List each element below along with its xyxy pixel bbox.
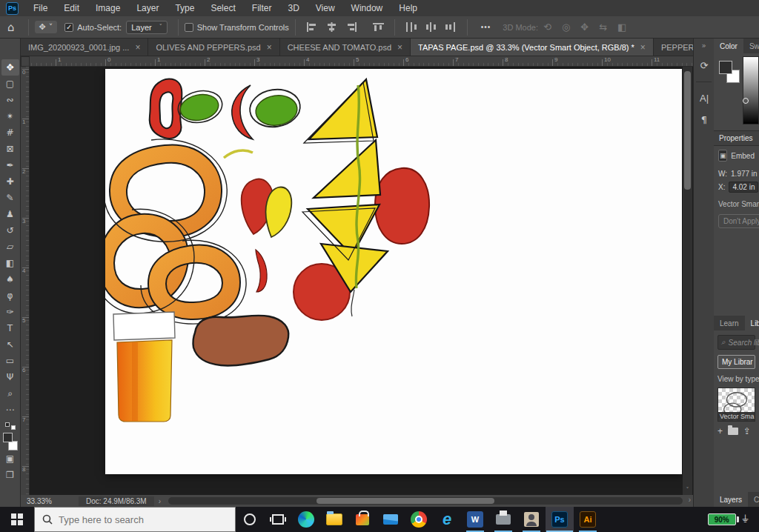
library-item-thumbnail[interactable]: Vector Sma <box>717 388 755 422</box>
edge-button[interactable] <box>292 507 320 532</box>
path-selection-tool[interactable]: ↖ <box>1 336 19 353</box>
document-canvas[interactable] <box>105 69 682 474</box>
chrome-button[interactable] <box>405 507 433 532</box>
battery-tray[interactable]: 90% ⏚ <box>708 513 749 525</box>
edit-toolbar[interactable]: ⋯ <box>1 402 19 418</box>
paragraph-panel-icon[interactable]: ¶ <box>694 114 715 125</box>
search-input[interactable] <box>59 514 214 525</box>
document-tab[interactable]: CHEESE AND TOMATO.psd × <box>280 39 411 56</box>
menu-item[interactable]: Edit <box>56 0 87 16</box>
width-value[interactable]: 1.977 in <box>731 170 758 178</box>
menu-item[interactable]: File <box>25 0 56 16</box>
menu-item[interactable]: Window <box>343 0 391 16</box>
libraries-search-field[interactable]: ⌕ Search lib <box>717 335 755 350</box>
new-group-folder-icon[interactable] <box>728 428 738 435</box>
menu-item[interactable]: Layer <box>128 0 167 16</box>
auto-select-checkbox[interactable]: ✓ <box>64 23 73 32</box>
quick-mask-icon[interactable]: ▣ <box>1 450 19 467</box>
marquee-tool[interactable]: ▢ <box>1 76 19 92</box>
store-button[interactable] <box>348 507 377 532</box>
document-tab[interactable]: TAPAS PAGE.psd @ 33.3% (Vector Smart Obj… <box>411 39 654 56</box>
close-icon[interactable]: × <box>135 42 140 53</box>
foreground-color-chip[interactable] <box>719 61 732 74</box>
task-view-button[interactable] <box>264 507 292 532</box>
frame-tool[interactable]: ⊠ <box>1 141 19 157</box>
x-value-field[interactable]: 4.02 in <box>729 182 758 193</box>
quick-selection-tool[interactable]: ✴ <box>1 108 19 124</box>
menu-item[interactable]: Type <box>167 0 202 16</box>
file-explorer-button[interactable] <box>320 507 348 532</box>
scrollbar-thumb[interactable] <box>684 71 691 190</box>
tab-color[interactable]: Color <box>714 39 743 53</box>
history-panel-icon[interactable]: ⟳ <box>694 60 715 71</box>
status-chevron-icon[interactable]: › <box>159 497 161 505</box>
clone-stamp-tool[interactable]: ♟ <box>1 206 19 222</box>
document-tab[interactable]: PEPPERS.psd @ 66.7% (V... × <box>654 39 693 56</box>
expand-panels-icon[interactable]: » <box>694 41 714 50</box>
home-icon[interactable]: ⌂ <box>7 21 15 34</box>
pen-tool[interactable]: ✑ <box>1 304 19 320</box>
ruler-origin[interactable] <box>21 56 30 67</box>
add-library-item-icon[interactable]: + <box>717 426 723 436</box>
menu-item[interactable]: Filter <box>244 0 280 16</box>
type-tool[interactable]: T <box>1 320 19 336</box>
tab-channels[interactable]: C <box>748 492 759 507</box>
move-tool-preset[interactable]: ✥ ˅ <box>35 21 58 33</box>
show-transform-checkbox[interactable] <box>185 23 193 32</box>
eyedropper-tool[interactable]: ✒ <box>1 157 19 173</box>
close-icon[interactable]: × <box>397 42 402 53</box>
photoshop-button[interactable]: Ps <box>546 507 574 532</box>
mail-button[interactable] <box>377 507 405 532</box>
taskbar-search[interactable] <box>34 507 236 532</box>
align-top-edges-icon[interactable] <box>372 21 385 33</box>
document-tab[interactable]: OLIVES AND PEPPERS.psd × <box>148 39 279 56</box>
scanner-app-button[interactable] <box>489 507 517 532</box>
internet-explorer-button[interactable]: e <box>433 507 461 532</box>
tab-learn[interactable]: Learn <box>714 316 745 330</box>
word-button[interactable]: W <box>461 507 489 532</box>
share-library-icon[interactable]: ⇪ <box>743 426 751 436</box>
dodge-tool[interactable]: φ <box>1 287 19 304</box>
blur-tool[interactable]: ♠ <box>1 271 19 287</box>
menu-item[interactable]: Help <box>391 0 425 16</box>
scrollbar-thumb[interactable] <box>316 498 494 504</box>
color-cursor[interactable] <box>743 98 749 104</box>
more-options-icon[interactable]: ••• <box>481 23 491 31</box>
screen-mode-icon[interactable]: ❐ <box>1 467 19 483</box>
scroll-right-icon[interactable]: › <box>689 496 691 504</box>
properties-header[interactable]: Properties <box>714 130 759 146</box>
align-horizontal-centers-icon[interactable] <box>325 21 338 33</box>
close-icon[interactable]: × <box>267 42 272 53</box>
auto-select-target-dropdown[interactable]: Layer ˅ <box>126 21 168 34</box>
align-left-edges-icon[interactable] <box>305 21 318 33</box>
vertical-scrollbar[interactable]: ˅ <box>683 67 692 495</box>
cortana-button[interactable] <box>236 507 264 532</box>
distribute-center-icon[interactable] <box>425 21 437 33</box>
brush-tool[interactable]: ✎ <box>1 190 19 206</box>
character-panel-icon[interactable]: A| <box>694 93 715 104</box>
tab-libraries[interactable]: Lib <box>745 316 759 330</box>
photo-app-button[interactable] <box>517 507 546 532</box>
distribute-right-icon[interactable] <box>445 21 457 33</box>
scroll-down-icon[interactable]: ˅ <box>683 487 692 493</box>
history-brush-tool[interactable]: ↺ <box>1 222 19 239</box>
shape-tool[interactable]: ▭ <box>1 353 19 369</box>
default-colors-icon[interactable] <box>5 422 16 430</box>
document-tab[interactable]: IMG_20200923_0001.jpg ... × <box>21 39 148 56</box>
align-right-edges-icon[interactable] <box>345 21 358 33</box>
foreground-color-swatch[interactable] <box>3 433 13 442</box>
zoom-level[interactable]: 33.33% <box>21 497 73 505</box>
move-tool[interactable]: ✥ <box>1 59 19 76</box>
start-button[interactable] <box>0 507 34 532</box>
horizontal-scrollbar[interactable]: › <box>168 497 683 505</box>
tab-swatches[interactable]: Sw <box>743 39 759 53</box>
dont-apply-button[interactable]: Don't Apply <box>718 214 759 228</box>
gradient-tool[interactable]: ◧ <box>1 255 19 271</box>
hand-tool[interactable]: Ψ <box>1 369 19 385</box>
zoom-tool[interactable]: ⌕ <box>1 385 19 402</box>
menu-item[interactable]: 3D <box>279 0 307 16</box>
library-select-dropdown[interactable]: My Librar <box>717 355 755 369</box>
close-icon[interactable]: × <box>640 42 646 53</box>
healing-brush-tool[interactable]: ✚ <box>1 173 19 190</box>
menu-item[interactable]: View <box>308 0 343 16</box>
